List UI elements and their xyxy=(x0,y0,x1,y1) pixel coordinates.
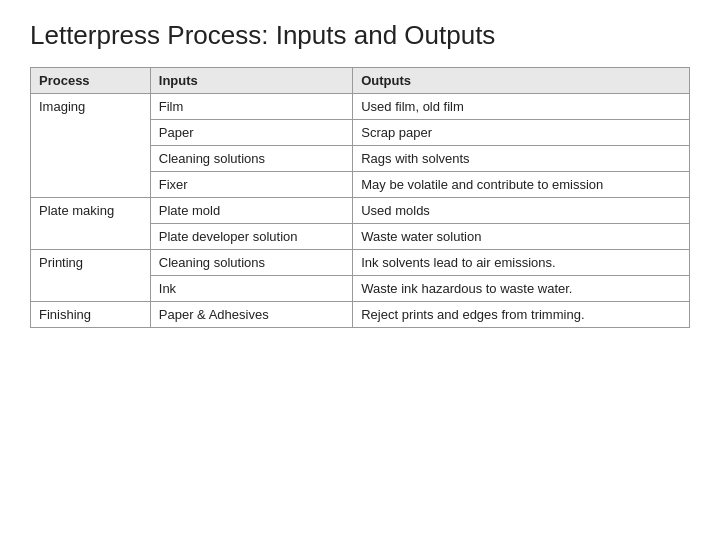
output-cell: Rags with solvents xyxy=(353,146,690,172)
output-cell: Waste water solution xyxy=(353,224,690,250)
output-cell: Waste ink hazardous to waste water. xyxy=(353,276,690,302)
process-table: Process Inputs Outputs ImagingFilmUsed f… xyxy=(30,67,690,328)
output-cell: Ink solvents lead to air emissions. xyxy=(353,250,690,276)
process-cell-3: Finishing xyxy=(31,302,151,328)
process-cell-2: Printing xyxy=(31,250,151,302)
col-header-inputs: Inputs xyxy=(150,68,352,94)
process-cell-1: Plate making xyxy=(31,198,151,250)
input-cell: Cleaning solutions xyxy=(150,146,352,172)
output-cell: Reject prints and edges from trimming. xyxy=(353,302,690,328)
output-cell: Used molds xyxy=(353,198,690,224)
input-cell: Paper & Adhesives xyxy=(150,302,352,328)
input-cell: Plate developer solution xyxy=(150,224,352,250)
input-cell: Cleaning solutions xyxy=(150,250,352,276)
process-cell-0: Imaging xyxy=(31,94,151,198)
output-cell: Scrap paper xyxy=(353,120,690,146)
col-header-process: Process xyxy=(31,68,151,94)
output-cell: Used film, old film xyxy=(353,94,690,120)
input-cell: Plate mold xyxy=(150,198,352,224)
output-cell: May be volatile and contribute to emissi… xyxy=(353,172,690,198)
input-cell: Ink xyxy=(150,276,352,302)
input-cell: Paper xyxy=(150,120,352,146)
col-header-outputs: Outputs xyxy=(353,68,690,94)
page-title: Letterpress Process: Inputs and Outputs xyxy=(30,20,690,51)
input-cell: Fixer xyxy=(150,172,352,198)
input-cell: Film xyxy=(150,94,352,120)
